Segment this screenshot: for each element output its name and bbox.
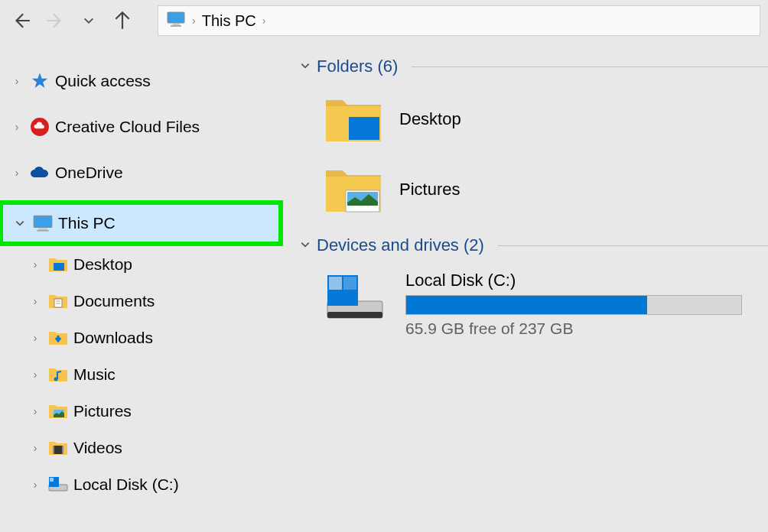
this-pc-icon	[32, 212, 54, 234]
chevron-right-icon[interactable]: ›	[28, 442, 43, 454]
pictures-folder-icon	[47, 401, 69, 422]
arrow-left-icon	[11, 11, 31, 31]
sidebar-item-videos[interactable]: › Videos	[0, 430, 285, 466]
back-button[interactable]	[8, 7, 35, 34]
sidebar-item-quick-access[interactable]: › Quick access	[0, 63, 285, 99]
local-disk-icon	[323, 271, 387, 324]
breadcrumb-this-pc[interactable]: This PC	[202, 12, 256, 30]
svg-rect-13	[53, 446, 63, 454]
chevron-right-icon[interactable]: ›	[28, 295, 43, 307]
sidebar-item-music[interactable]: › Music	[0, 356, 285, 393]
drive-info: Local Disk (C:) 65.9 GB free of 237 GB	[405, 271, 760, 338]
section-title: Devices and drives (2)	[317, 235, 484, 255]
chevron-right-icon[interactable]: ›	[28, 478, 43, 491]
chevron-right-icon[interactable]: ›	[28, 332, 43, 344]
svg-rect-18	[50, 478, 54, 482]
sidebar-item-local-disk[interactable]: › Local Disk (C:)	[0, 466, 285, 503]
capacity-bar	[405, 295, 742, 315]
chevron-right-icon[interactable]: ›	[28, 368, 43, 381]
svg-rect-14	[53, 446, 54, 454]
this-pc-icon	[166, 11, 186, 31]
drive-name: Local Disk (C:)	[405, 271, 745, 290]
svg-rect-26	[343, 277, 356, 290]
section-title: Folders (6)	[317, 57, 398, 76]
divider	[412, 66, 768, 67]
sidebar-item-label: OneDrive	[55, 164, 123, 182]
sidebar-item-label: Creative Cloud Files	[55, 118, 200, 136]
creative-cloud-icon	[29, 116, 50, 138]
address-bar[interactable]: › This PC ›	[158, 5, 760, 36]
svg-rect-2	[171, 25, 181, 27]
drive-tile-local-disk[interactable]: Local Disk (C:) 65.9 GB free of 237 GB	[315, 263, 768, 345]
star-icon	[29, 70, 50, 92]
arrow-right-icon	[45, 11, 65, 31]
sidebar-item-desktop[interactable]: › Desktop	[0, 246, 285, 283]
sidebar-item-label: Documents	[73, 292, 155, 310]
divider	[498, 245, 768, 246]
chevron-right-icon: ›	[192, 15, 196, 27]
drives-section-header[interactable]: Devices and drives (2)	[300, 235, 768, 255]
chevron-down-icon[interactable]	[12, 218, 28, 229]
sidebar-item-creative-cloud[interactable]: › Creative Cloud Files	[0, 109, 285, 145]
sidebar-item-label: Videos	[73, 439, 122, 457]
capacity-fill	[406, 296, 647, 314]
recent-locations-button[interactable]	[75, 7, 103, 34]
svg-rect-15	[62, 446, 63, 454]
svg-rect-25	[329, 277, 342, 290]
svg-rect-23	[327, 312, 382, 318]
documents-folder-icon	[47, 290, 69, 312]
onedrive-icon	[29, 162, 50, 183]
highlight-box: This PC	[0, 200, 283, 246]
chevron-right-icon: ›	[262, 15, 266, 27]
chevron-down-icon	[300, 239, 311, 252]
sidebar-item-label: Downloads	[73, 329, 153, 347]
forward-button[interactable]	[41, 7, 69, 34]
sidebar-item-onedrive[interactable]: › OneDrive	[0, 154, 285, 191]
folders-section-header[interactable]: Folders (6)	[300, 57, 768, 76]
main-content: Folders (6) Desktop Pictures Devices and…	[285, 41, 768, 532]
chevron-right-icon[interactable]: ›	[28, 405, 43, 417]
chevron-right-icon[interactable]: ›	[9, 121, 24, 133]
drive-free-text: 65.9 GB free of 237 GB	[405, 320, 745, 338]
svg-rect-6	[37, 230, 48, 232]
downloads-folder-icon	[47, 327, 69, 349]
arrow-up-icon	[112, 11, 132, 31]
sidebar-item-label: This PC	[58, 214, 116, 232]
folder-tile-pictures[interactable]: Pictures	[315, 154, 768, 225]
sidebar-item-downloads[interactable]: › Downloads	[0, 320, 285, 356]
desktop-folder-icon	[323, 89, 384, 150]
chevron-right-icon[interactable]: ›	[28, 258, 43, 271]
videos-folder-icon	[47, 437, 69, 459]
folder-label: Pictures	[399, 180, 460, 200]
svg-rect-19	[349, 117, 379, 140]
sidebar-item-label: Pictures	[73, 402, 132, 420]
chevron-down-icon	[300, 60, 311, 73]
pictures-folder-icon	[323, 159, 384, 220]
navigation-tree: › Quick access › Creative Cloud Files › …	[0, 41, 285, 532]
sidebar-item-this-pc[interactable]: This PC	[3, 205, 278, 242]
sidebar-item-label: Desktop	[73, 255, 132, 274]
chevron-down-icon	[83, 15, 95, 27]
chevron-right-icon[interactable]: ›	[9, 167, 24, 179]
folder-tile-desktop[interactable]: Desktop	[315, 84, 768, 154]
breadcrumb-label: This PC	[202, 12, 256, 30]
local-disk-icon	[47, 474, 69, 495]
sidebar-item-label: Music	[73, 365, 116, 384]
sidebar-item-documents[interactable]: › Documents	[0, 283, 285, 320]
desktop-folder-icon	[47, 254, 69, 275]
folder-label: Desktop	[399, 109, 461, 129]
chevron-right-icon[interactable]: ›	[9, 75, 24, 87]
up-button[interactable]	[109, 7, 136, 34]
svg-rect-4	[34, 216, 52, 227]
sidebar-item-label: Local Disk (C:)	[73, 475, 179, 494]
sidebar-item-pictures[interactable]: › Pictures	[0, 393, 285, 430]
svg-rect-7	[54, 263, 64, 271]
music-folder-icon	[47, 364, 69, 385]
sidebar-item-label: Quick access	[55, 72, 151, 90]
svg-rect-0	[168, 12, 184, 23]
